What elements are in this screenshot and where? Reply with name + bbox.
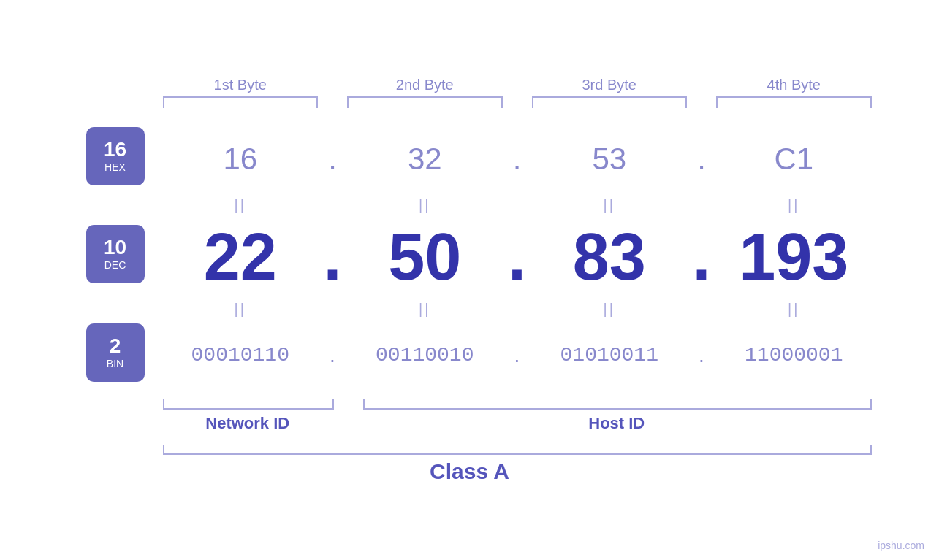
dec-val-4: 193 bbox=[739, 220, 848, 294]
byte-header-1: 1st Byte bbox=[163, 77, 319, 93]
bin-val-2: 00110010 bbox=[376, 344, 474, 367]
equals-1-3: || bbox=[532, 197, 688, 214]
equals-1-1: || bbox=[163, 197, 319, 214]
byte-header-2: 2nd Byte bbox=[347, 77, 503, 93]
dec-row: 10 DEC 22 . 50 . 83 . 193 bbox=[68, 220, 872, 295]
dec-val-1: 22 bbox=[204, 220, 277, 294]
top-bracket-1 bbox=[163, 96, 319, 108]
sep-dec-3: . bbox=[692, 220, 710, 294]
bin-val-1: 00010110 bbox=[191, 344, 289, 367]
equals-1-2: || bbox=[347, 197, 503, 214]
sep-bin-1: . bbox=[330, 344, 335, 367]
sep-bin-2: . bbox=[514, 344, 520, 367]
top-bracket-3 bbox=[532, 96, 688, 108]
hex-val-3: 53 bbox=[592, 142, 626, 176]
byte-header-4: 4th Byte bbox=[716, 77, 872, 93]
equals-1-4: || bbox=[716, 197, 872, 214]
top-bracket-2 bbox=[347, 96, 503, 108]
sep-bin-3: . bbox=[699, 344, 704, 367]
sep-hex-2: . bbox=[513, 142, 522, 176]
sep-dec-2: . bbox=[508, 220, 526, 294]
watermark: ipshu.com bbox=[878, 540, 924, 551]
sep-hex-1: . bbox=[328, 142, 337, 176]
sep-hex-3: . bbox=[697, 142, 706, 176]
dec-badge: 10 DEC bbox=[86, 225, 145, 283]
class-label: Class A bbox=[430, 459, 509, 483]
class-bracket bbox=[163, 445, 872, 455]
host-id-label: Host ID bbox=[588, 414, 645, 432]
equals-2-2: || bbox=[347, 301, 503, 318]
top-bracket-4 bbox=[716, 96, 872, 108]
sep-dec-1: . bbox=[323, 220, 341, 294]
byte-header-3: 3rd Byte bbox=[532, 77, 688, 93]
bin-row: 2 BIN 00010110 . 00110010 . 01010011 . 1… bbox=[68, 323, 872, 388]
equals-2-3: || bbox=[532, 301, 688, 318]
equals-2-1: || bbox=[163, 301, 319, 318]
hex-val-2: 32 bbox=[408, 142, 442, 176]
bin-val-3: 01010011 bbox=[560, 344, 658, 367]
main-container: 1st Byte 2nd Byte 3rd Byte 4th Byte 16 H… bbox=[68, 77, 872, 484]
bin-badge: 2 BIN bbox=[86, 323, 145, 382]
dec-val-3: 83 bbox=[573, 220, 646, 294]
network-id-label: Network ID bbox=[205, 414, 289, 432]
hex-val-1: 16 bbox=[223, 142, 257, 176]
bottom-bracket-network bbox=[163, 399, 335, 410]
hex-row: 16 HEX 16 . 32 . 53 . C1 bbox=[68, 127, 872, 191]
hex-badge: 16 HEX bbox=[86, 127, 145, 185]
bin-val-4: 11000001 bbox=[745, 344, 843, 367]
dec-val-2: 50 bbox=[388, 220, 461, 294]
equals-2-4: || bbox=[716, 301, 872, 318]
hex-val-4: C1 bbox=[774, 142, 813, 176]
